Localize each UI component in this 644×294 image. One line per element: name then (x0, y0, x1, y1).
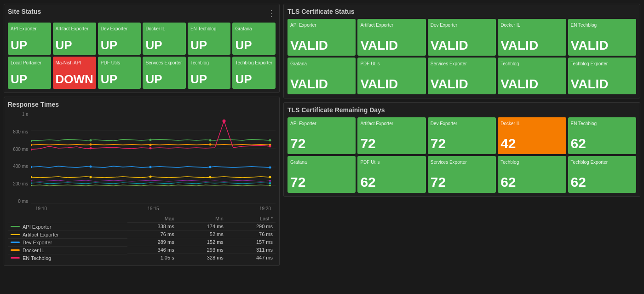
svg-point-34 (269, 182, 271, 184)
legend-header-max: Max (127, 215, 177, 223)
svg-point-8 (150, 139, 152, 141)
svg-point-19 (209, 166, 212, 168)
status-tile-en-techblog: EN Techblog UP (188, 23, 231, 55)
tls-days-tile-api-exporter: API Exporter 72 (288, 117, 356, 154)
tls-status-tile-pdf-utils: PDF Utils VALID (357, 58, 426, 94)
svg-point-32 (269, 180, 271, 182)
tls-status-tile-api-exporter: API Exporter VALID (288, 19, 356, 56)
svg-point-24 (209, 144, 212, 146)
y-label: 800 ms (13, 129, 28, 134)
svg-point-35 (31, 184, 32, 186)
tls-days-tile-artifact-exporter: Artifact Exporter 72 (357, 117, 426, 154)
svg-point-14 (209, 176, 212, 179)
svg-point-21 (31, 144, 32, 146)
tls-status-tile-docker-il: Docker IL VALID (498, 19, 566, 56)
tls-status-tile-services-exporter: Services Exporter VALID (428, 58, 496, 94)
tls-days-grid: API Exporter 72 Artifact Exporter 72 Dev… (288, 117, 636, 193)
status-tile-api-exporter: API Exporter UP (8, 23, 51, 55)
tls-days-tile-pdf-utils: PDF Utils 62 (357, 156, 426, 193)
legend-row: Dev Exporter 289 ms 152 ms 157 ms (8, 238, 276, 246)
status-tile-techblog: Techblog UP (188, 57, 231, 89)
svg-point-30 (269, 145, 271, 148)
tls-status-tile-techblog-exporter: Techblog Exporter VALID (568, 58, 636, 94)
tls-days-title: TLS Certificate Remaining Days (288, 106, 636, 114)
svg-point-13 (150, 176, 152, 178)
svg-point-17 (90, 166, 92, 168)
status-tile-artifact-exporter: Artifact Exporter UP (53, 23, 96, 55)
legend-row: EN Techblog 1.05 s 328 ms 447 ms (8, 254, 276, 262)
chart-area: 1 s800 ms600 ms400 ms200 ms0 ms (8, 112, 276, 213)
legend-header-last: Last * (226, 215, 276, 223)
tls-days-tile-techblog: Techblog 62 (498, 156, 566, 193)
svg-point-7 (90, 139, 92, 142)
x-label: 19:10 (35, 206, 47, 211)
chart-x-labels: 19:1019:1519:20 (31, 204, 276, 213)
svg-point-9 (209, 139, 212, 142)
legend-table: Max Min Last * API Exporter 338 ms 174 m… (8, 215, 276, 262)
svg-point-12 (90, 176, 92, 179)
tls-status-tile-grafana: Grafana VALID (288, 58, 356, 94)
status-tile-grafana: Grafana UP (232, 23, 276, 55)
svg-point-31 (31, 180, 32, 182)
legend-header-min: Min (177, 215, 226, 223)
site-status-title: Site Status (8, 8, 41, 15)
svg-point-18 (150, 166, 152, 168)
svg-point-22 (90, 144, 92, 146)
svg-point-11 (31, 176, 32, 179)
panel-menu-icon[interactable]: ⋮ (267, 8, 276, 18)
svg-point-27 (90, 147, 92, 150)
site-status-panel: Site Status ⋮ API Exporter UP Artifact E… (4, 4, 280, 93)
status-tile-ma-nish-api: Ma-Nish API DOWN (53, 57, 96, 89)
tls-days-panel: TLS Certificate Remaining Days API Expor… (283, 102, 640, 197)
tls-days-tile-en-techblog: EN Techblog 62 (568, 117, 636, 154)
tls-status-tile-techblog: Techblog VALID (498, 58, 566, 94)
svg-point-15 (269, 176, 271, 179)
response-times-title: Response Times (8, 101, 276, 108)
tls-status-title: TLS Certificate Status (288, 8, 636, 15)
chart-y-labels: 1 s800 ms600 ms400 ms200 ms0 ms (8, 112, 31, 204)
tls-days-tile-dev-exporter: Dev Exporter 72 (428, 117, 496, 154)
tls-days-tile-techblog-exporter: Techblog Exporter 62 (568, 156, 636, 193)
tls-status-tile-artifact-exporter: Artifact Exporter VALID (357, 19, 426, 56)
status-tile-docker-il: Docker IL UP (143, 23, 186, 55)
y-label: 0 ms (18, 199, 28, 204)
svg-point-29 (223, 120, 226, 123)
legend-row: Artifact Exporter 76 ms 52 ms 76 ms (8, 231, 276, 238)
status-tile-dev-exporter: Dev Exporter UP (98, 23, 141, 55)
x-label: 19:20 (259, 206, 271, 211)
y-label: 200 ms (13, 181, 28, 186)
tls-days-tile-grafana: Grafana 72 (288, 156, 356, 193)
y-label: 400 ms (13, 164, 28, 169)
svg-point-23 (150, 144, 152, 146)
status-tile-techblog-exporter: Techblog Exporter UP (232, 57, 276, 89)
tls-status-tile-en-techblog: EN Techblog VALID (568, 19, 636, 56)
svg-point-33 (31, 182, 32, 184)
tls-status-grid: API Exporter VALID Artifact Exporter VAL… (288, 19, 636, 94)
svg-point-28 (150, 147, 152, 150)
y-label: 1 s (22, 112, 28, 117)
tls-days-tile-docker-il: Docker IL 42 (498, 117, 566, 154)
svg-point-20 (269, 167, 271, 169)
y-label: 600 ms (13, 147, 28, 152)
svg-point-10 (269, 139, 271, 142)
status-tile-services-exporter: Services Exporter UP (143, 57, 186, 89)
svg-point-36 (269, 184, 271, 186)
x-label: 19:15 (147, 206, 159, 211)
tls-days-tile-services-exporter: Services Exporter 72 (428, 156, 496, 193)
svg-point-6 (31, 140, 32, 142)
status-tile-pdf-utils: PDF Utils UP (98, 57, 141, 89)
legend-row: Docker IL 346 ms 293 ms 311 ms (8, 246, 276, 254)
tls-status-tile-dev-exporter: Dev Exporter VALID (428, 19, 496, 56)
response-times-panel: Response Times 1 s800 ms600 ms400 ms200 … (4, 97, 280, 266)
chart-svg (31, 112, 276, 204)
svg-point-16 (31, 166, 32, 168)
tls-status-panel: TLS Certificate Status API Exporter VALI… (283, 4, 640, 98)
status-grid: API Exporter UP Artifact Exporter UP Dev… (8, 23, 276, 89)
status-tile-local-portainer: Local Portainer UP (8, 57, 51, 89)
legend-row: API Exporter 338 ms 174 ms 290 ms (8, 223, 276, 231)
